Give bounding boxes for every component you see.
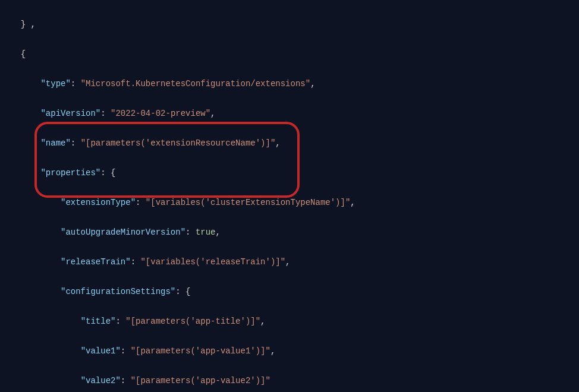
code-line: { — [11, 47, 579, 62]
json-string: "[parameters('app-value1')]" — [131, 346, 270, 356]
json-key: "apiVersion" — [40, 109, 100, 118]
json-string: "[parameters('app-value2')]" — [131, 376, 270, 385]
code-line: "properties": { — [11, 166, 579, 181]
json-key: "type" — [40, 79, 70, 88]
json-string: "[parameters('app-title')]" — [125, 317, 260, 326]
code-line: "releaseTrain": "[variables('releaseTrai… — [11, 255, 579, 270]
code-line: "apiVersion": "2022-04-02-preview", — [11, 106, 579, 121]
code-line: "title": "[parameters('app-title')]", — [11, 314, 579, 329]
code-line: } , — [11, 17, 579, 32]
json-key: "autoUpgradeMinorVersion" — [61, 227, 185, 237]
code-line: "value1": "[parameters('app-value1')]", — [11, 344, 579, 359]
json-key: "configurationSettings" — [61, 287, 175, 296]
json-string: "2022-04-02-preview" — [111, 109, 210, 118]
json-key: "extensionType" — [61, 198, 136, 207]
code-line: "extensionType": "[variables('clusterExt… — [11, 195, 579, 210]
code-line: "configurationSettings": { — [11, 284, 579, 299]
json-key: "releaseTrain" — [61, 257, 131, 267]
json-string: "[variables('clusterExtensionTypeName')]… — [146, 198, 350, 207]
highlight-annotation — [34, 122, 300, 198]
json-key: "name" — [40, 138, 70, 148]
json-string: "[variables('releaseTrain')]" — [140, 257, 285, 267]
code-line: "value2": "[parameters('app-value2')]" — [11, 374, 579, 388]
json-bool: true — [196, 227, 216, 237]
brace: { — [11, 49, 26, 59]
code-editor[interactable]: } , { "type": "Microsoft.KubernetesConfi… — [0, 0, 579, 392]
brace: } , — [11, 20, 36, 29]
code-line: "name": "[parameters('extensionResourceN… — [11, 136, 579, 151]
json-key: "value1" — [81, 346, 121, 356]
json-string: "[parameters('extensionResourceName')]" — [81, 138, 276, 148]
json-string: "Microsoft.KubernetesConfiguration/exten… — [81, 79, 310, 88]
json-key: "title" — [81, 317, 116, 326]
json-key: "value2" — [81, 376, 121, 385]
code-line: "autoUpgradeMinorVersion": true, — [11, 225, 579, 240]
code-line: "type": "Microsoft.KubernetesConfigurati… — [11, 77, 579, 91]
json-key: "properties" — [40, 168, 100, 178]
